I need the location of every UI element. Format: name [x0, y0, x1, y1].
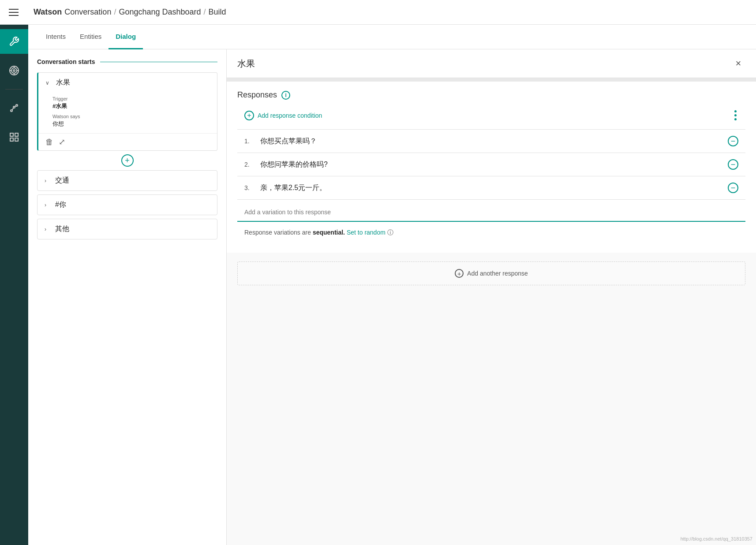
node-card-qita: › 其他 [37, 219, 217, 239]
node-watson-label-shuiguo: Watson says [52, 114, 210, 119]
conversation-starts-label: Conversation starts [37, 58, 95, 65]
graph-icon [9, 103, 19, 113]
node-header-qita[interactable]: › 其他 [37, 219, 217, 239]
response-item-3: 3. 亲，苹果2.5元一斤。 − [237, 176, 745, 200]
target-icon [9, 65, 19, 76]
node-title-jiaotong: 交通 [55, 176, 69, 185]
add-response-condition-row: + Add response condition [237, 108, 745, 122]
sidebar-item-tools[interactable] [0, 29, 28, 54]
node-title-qita: 其他 [55, 224, 69, 234]
node-trigger-value-shuiguo: #水果 [52, 102, 210, 110]
editor-close-button[interactable]: × [731, 56, 745, 71]
add-another-label: Add another response [467, 270, 528, 277]
sidebar-item-target[interactable] [0, 58, 28, 83]
sidebar [0, 25, 28, 545]
add-another-response-btn[interactable]: + Add another response [237, 261, 745, 285]
variations-sequential: sequential. [313, 229, 345, 236]
node-expand-qita: › [45, 226, 52, 232]
breadcrumb-sep1: / [114, 7, 116, 17]
move-node-btn-shuiguo[interactable]: ⤢ [59, 137, 65, 147]
add-another-icon: + [455, 269, 464, 278]
svg-line-11 [15, 106, 16, 107]
add-condition-icon[interactable]: + [244, 111, 254, 120]
tab-intents[interactable]: Intents [39, 25, 73, 49]
dialog-area: Conversation starts ∨ 水果 Trigger #水果 Wat… [28, 49, 756, 545]
node-watson-value-shuiguo: 你想 [52, 120, 210, 128]
response-number-3: 3. [244, 184, 255, 191]
tabs-bar: Intents Entities Dialog [28, 25, 756, 49]
node-editor: × Responses i + Add response condition [227, 49, 756, 545]
breadcrumb-build[interactable]: Build [209, 7, 226, 17]
node-content-shuiguo: Trigger #水果 Watson says 你想 [38, 93, 217, 133]
svg-point-1 [11, 68, 17, 73]
response-item-2: 2. 你想问苹果的价格吗? − [237, 153, 745, 176]
tab-entities[interactable]: Entities [73, 25, 109, 49]
main-content: Intents Entities Dialog Conversation sta… [28, 25, 756, 545]
response-number-1: 1. [244, 138, 255, 145]
remove-response-1[interactable]: − [728, 136, 738, 146]
responses-header: Responses i [237, 90, 745, 100]
app-name-bold: Watson [34, 7, 62, 17]
response-variations-text: Response variations are sequential. Set … [237, 222, 745, 244]
svg-point-7 [11, 110, 12, 112]
node-trigger-label-shuiguo: Trigger [52, 96, 210, 101]
svg-point-2 [13, 70, 15, 71]
node-card-ni: › #你 [37, 194, 217, 215]
hamburger-menu[interactable] [9, 9, 26, 16]
add-node-btn-1[interactable]: + [121, 154, 134, 167]
node-actions-shuiguo: 🗑 ⤢ [38, 133, 217, 150]
response-item-1: 1. 你想买点苹果吗？ − [237, 130, 745, 153]
sidebar-item-grid[interactable] [0, 125, 28, 149]
app-name-rest: Conversation [64, 7, 111, 17]
delete-node-btn-shuiguo[interactable]: 🗑 [45, 138, 53, 147]
node-expand-shuiguo: ∨ [45, 80, 52, 86]
svg-line-10 [12, 108, 13, 110]
grid-icon [9, 132, 19, 142]
breadcrumb-sep2: / [204, 7, 206, 17]
conversation-starts: Conversation starts [37, 58, 217, 65]
breadcrumb-dashboard[interactable]: Gongchang Dashboard [119, 7, 201, 17]
add-variation-input[interactable] [237, 203, 745, 222]
response-text-1[interactable]: 你想买点苹果吗？ [260, 137, 728, 146]
set-to-random-link[interactable]: Set to random [347, 229, 385, 236]
response-text-2[interactable]: 你想问苹果的价格吗? [260, 160, 728, 169]
tab-dialog[interactable]: Dialog [109, 25, 143, 49]
remove-response-2[interactable]: − [728, 159, 738, 170]
node-header-shuiguo[interactable]: ∨ 水果 [38, 73, 217, 93]
response-text-3[interactable]: 亲，苹果2.5元一斤。 [260, 183, 728, 193]
editor-divider [227, 78, 756, 82]
conversation-starts-line [100, 62, 217, 62]
remove-response-3[interactable]: − [728, 183, 738, 193]
response-number-2: 2. [244, 161, 255, 168]
svg-rect-15 [15, 138, 18, 141]
node-title-shuiguo: 水果 [56, 78, 70, 87]
dialog-tree: Conversation starts ∨ 水果 Trigger #水果 Wat… [28, 49, 227, 545]
responses-info-icon[interactable]: i [281, 91, 290, 100]
three-dots-menu[interactable] [733, 108, 738, 122]
sidebar-item-graph[interactable] [0, 96, 28, 120]
node-expand-ni: › [45, 202, 52, 208]
node-title-ni: #你 [55, 200, 66, 209]
node-expand-jiaotong: › [45, 178, 52, 184]
svg-rect-12 [10, 133, 13, 136]
node-card-jiaotong: › 交通 [37, 170, 217, 191]
add-condition-text[interactable]: Add response condition [258, 112, 322, 119]
sidebar-divider [5, 89, 23, 90]
node-header-ni[interactable]: › #你 [37, 195, 217, 215]
top-bar: Watson Conversation / Gongchang Dashboar… [0, 0, 756, 25]
node-header-jiaotong[interactable]: › 交通 [37, 171, 217, 190]
node-card-shuiguo: ∨ 水果 Trigger #水果 Watson says 你想 🗑 ⤢ [37, 72, 217, 151]
responses-title: Responses [237, 90, 277, 100]
breadcrumb: Watson Conversation / Gongchang Dashboar… [34, 7, 226, 17]
tools-icon [9, 36, 19, 47]
svg-rect-13 [15, 133, 18, 136]
variations-prefix: Response variations are [244, 229, 313, 236]
svg-rect-14 [10, 138, 13, 141]
responses-section: Responses i + Add response condition 1. … [227, 82, 756, 253]
variations-info-icon-inline: ⓘ [387, 229, 393, 236]
watermark: http://blog.csdn.net/qq_31810357 [681, 536, 752, 541]
editor-header: × [227, 49, 756, 78]
editor-title-input[interactable] [237, 59, 724, 69]
